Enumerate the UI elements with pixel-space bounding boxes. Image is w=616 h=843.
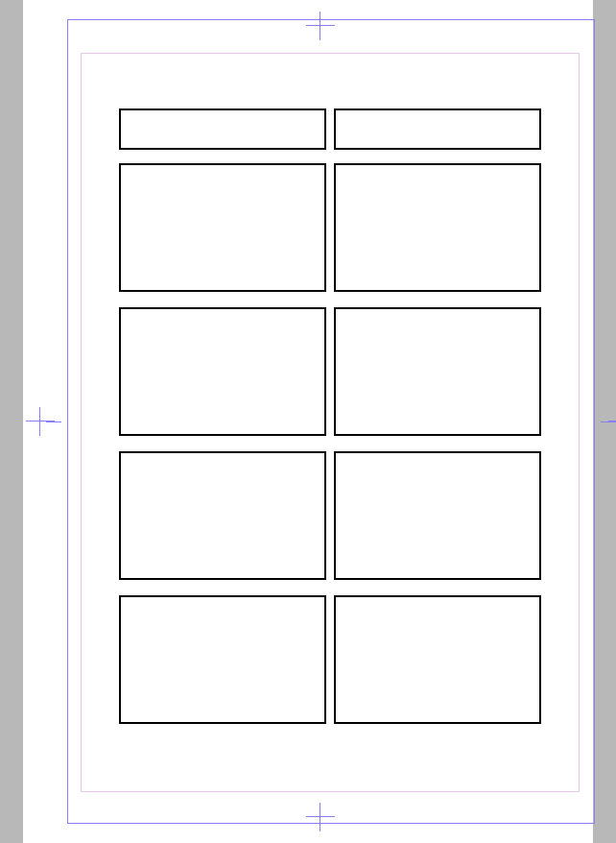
- label-frame[interactable]: [334, 595, 541, 724]
- fold-tick-left: [46, 422, 61, 422]
- label-frame[interactable]: [119, 163, 326, 292]
- label-frame[interactable]: [334, 307, 541, 436]
- label-frame[interactable]: [119, 307, 326, 436]
- label-frame[interactable]: [334, 163, 541, 292]
- label-frame[interactable]: [334, 108, 541, 150]
- page-canvas[interactable]: [23, 0, 593, 843]
- fold-tick-right: [601, 422, 616, 422]
- label-frame[interactable]: [119, 451, 326, 580]
- label-frame[interactable]: [334, 451, 541, 580]
- label-frame[interactable]: [119, 595, 326, 724]
- label-frame[interactable]: [119, 108, 326, 150]
